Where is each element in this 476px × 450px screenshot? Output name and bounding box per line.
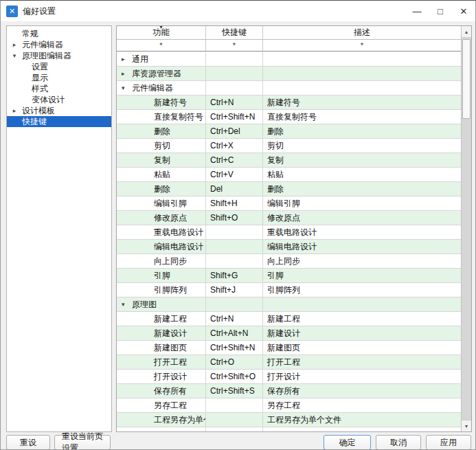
function-cell: 剪切 bbox=[117, 139, 206, 153]
ok-button[interactable]: 确定 bbox=[324, 435, 371, 450]
cancel-button[interactable]: 取消 bbox=[376, 435, 421, 450]
tree-item-3[interactable]: 设置 bbox=[7, 61, 111, 72]
tree-item-label: 设置 bbox=[19, 61, 48, 73]
shortcut-row[interactable]: 向上同步向上同步 bbox=[117, 254, 461, 269]
shortcut-row[interactable]: 编辑电路设计编辑电路设计 bbox=[117, 240, 461, 254]
chevron-down-icon[interactable]: ▾ bbox=[122, 85, 130, 91]
tree-item-label: 元件编辑器 bbox=[19, 39, 63, 51]
scroll-up-icon[interactable]: ▲ bbox=[462, 26, 471, 38]
tree-item-label: 设计模板 bbox=[19, 105, 55, 117]
column-header-function[interactable]: ▾ 功能 bbox=[117, 26, 206, 39]
description-value: 保存所有 bbox=[263, 384, 461, 398]
maximize-button[interactable]: □ bbox=[429, 1, 452, 21]
vertical-scrollbar[interactable]: ▲ ▼ bbox=[461, 26, 471, 431]
shortcut-value: Ctrl+Alt+N bbox=[206, 326, 263, 341]
shortcut-row[interactable]: 另存工程另存工程 bbox=[117, 398, 461, 413]
tree-item-1[interactable]: ▸元件编辑器 bbox=[7, 39, 111, 50]
shortcut-value: Ctrl+N bbox=[206, 312, 263, 326]
scrollbar-thumb[interactable] bbox=[462, 39, 471, 119]
shortcut-value: Ctrl+N bbox=[206, 95, 263, 110]
chevron-right-icon[interactable]: ▸ bbox=[10, 107, 19, 114]
shortcut-row[interactable]: 引脚阵列Shift+J引脚阵列 bbox=[117, 283, 461, 297]
shortcut-row[interactable]: 删除Ctrl+Del删除 bbox=[117, 124, 461, 139]
shortcut-row[interactable]: 重载电路设计重载电路设计 bbox=[117, 225, 461, 240]
function-name: 新建工程 bbox=[117, 313, 187, 325]
function-cell: ▸通用 bbox=[117, 52, 206, 67]
shortcuts-table: ▾ 功能 快捷键 描述 * * * ▸通用▸库资源管理器▾元件编辑器新建符号Ct… bbox=[116, 25, 472, 432]
function-name: 另存工程 bbox=[117, 400, 187, 412]
chevron-right-icon[interactable]: ▸ bbox=[122, 70, 130, 77]
function-cell bbox=[117, 427, 206, 431]
shortcut-row[interactable]: 直接复制符号Ctrl+Shift+N直接复制符号 bbox=[117, 110, 461, 124]
column-header-shortcut[interactable]: 快捷键 bbox=[206, 26, 263, 39]
column-header-description[interactable]: 描述 bbox=[263, 26, 461, 39]
description-value: 修改原点 bbox=[263, 211, 461, 225]
shortcut-value: Ctrl+C bbox=[206, 153, 263, 168]
chevron-down-icon[interactable]: ▾ bbox=[122, 301, 130, 308]
shortcut-row[interactable]: 删除Del删除 bbox=[117, 182, 461, 196]
function-name: 新建符号 bbox=[117, 97, 187, 109]
tree-item-0[interactable]: 常规 bbox=[7, 28, 111, 39]
reset-current-page-button[interactable]: 重设当前页设置 bbox=[54, 435, 111, 450]
group-row[interactable]: ▾元件编辑器 bbox=[117, 81, 461, 95]
shortcut-value: Ctrl+Del bbox=[206, 124, 263, 139]
function-cell: 新建设计 bbox=[117, 326, 206, 341]
filter-input-description[interactable]: * bbox=[263, 40, 461, 51]
shortcut-row[interactable]: 新建工程Ctrl+N新建工程 bbox=[117, 312, 461, 326]
function-cell: 删除 bbox=[117, 124, 206, 139]
function-name: 编辑引脚 bbox=[117, 198, 187, 210]
shortcut-row[interactable]: 保存所有Ctrl+Shift+S保存所有 bbox=[117, 384, 461, 398]
chevron-down-icon[interactable]: ▾ bbox=[10, 52, 19, 59]
function-name: 引脚阵列 bbox=[117, 284, 187, 296]
group-row[interactable]: ▸通用 bbox=[117, 52, 461, 67]
shortcut-row[interactable]: 引脚Shift+G引脚 bbox=[117, 269, 461, 283]
description-value: 剪切 bbox=[263, 139, 461, 153]
shortcut-row[interactable]: 剪切Ctrl+X剪切 bbox=[117, 139, 461, 153]
shortcut-row[interactable]: 粘贴Ctrl+V粘贴 bbox=[117, 168, 461, 182]
function-cell: 另存工程 bbox=[117, 398, 206, 413]
minimize-button[interactable]: — bbox=[405, 1, 429, 21]
shortcut-row[interactable]: 打开设计Ctrl+Shift+O打开设计 bbox=[117, 370, 461, 384]
chevron-right-icon[interactable]: ▸ bbox=[122, 56, 130, 63]
shortcut-row[interactable]: 复制Ctrl+C复制 bbox=[117, 153, 461, 168]
chevron-right-icon[interactable]: ▸ bbox=[10, 41, 19, 48]
function-cell: 粘贴 bbox=[117, 168, 206, 182]
shortcut-row[interactable]: 编辑引脚Shift+H编辑引脚 bbox=[117, 196, 461, 211]
filter-input-function[interactable]: * bbox=[117, 40, 206, 51]
function-name: 新建设计 bbox=[117, 328, 187, 339]
filter-input-shortcut[interactable]: * bbox=[206, 40, 263, 51]
group-row[interactable]: ▾原理图 bbox=[117, 297, 461, 312]
tree-item-label: 原理图编辑器 bbox=[19, 50, 71, 62]
shortcut-value: Ctrl+X bbox=[206, 139, 263, 153]
shortcut-row[interactable]: 打开工程Ctrl+O打开工程 bbox=[117, 355, 461, 370]
tree-item-2[interactable]: ▾原理图编辑器 bbox=[7, 50, 111, 61]
description-value: 复制 bbox=[263, 153, 461, 168]
description-value: 删除 bbox=[263, 124, 461, 139]
group-row[interactable]: ▸库资源管理器 bbox=[117, 67, 461, 81]
shortcut-row[interactable]: 修改原点Shift+O修改原点 bbox=[117, 211, 461, 225]
shortcut-row[interactable]: 工程另存为单个文件工程另存为单个文件 bbox=[117, 413, 461, 427]
tree-item-6[interactable]: 变体设计 bbox=[7, 94, 111, 105]
shortcut-row[interactable]: 新建图页Ctrl+Shift+N新建图页 bbox=[117, 341, 461, 355]
function-name: 删除 bbox=[117, 126, 170, 137]
function-name: 编辑电路设计 bbox=[117, 241, 203, 253]
description-value: 直接复制符号 bbox=[263, 110, 461, 124]
function-name: 重载电路设计 bbox=[117, 227, 203, 238]
column-header-label: 快捷键 bbox=[222, 27, 247, 38]
scroll-down-icon[interactable]: ▼ bbox=[462, 420, 471, 431]
tree-item-4[interactable]: 显示 bbox=[7, 72, 111, 83]
shortcut-value: Ctrl+Shift+O bbox=[206, 370, 263, 384]
shortcut-row[interactable]: 新建符号Ctrl+N新建符号 bbox=[117, 95, 461, 110]
tree-item-7[interactable]: ▸设计模板 bbox=[7, 105, 111, 116]
apply-button[interactable]: 应用 bbox=[426, 435, 471, 450]
shortcut-value: Ctrl+Shift+N bbox=[206, 110, 263, 124]
tree-item-5[interactable]: 样式 bbox=[7, 83, 111, 94]
reset-button[interactable]: 重设 bbox=[6, 435, 50, 450]
description-value: 重载电路设计 bbox=[263, 225, 461, 240]
shortcut-row[interactable]: 新建设计Ctrl+Alt+N新建设计 bbox=[117, 326, 461, 341]
close-button[interactable]: ✕ bbox=[452, 1, 475, 21]
table-header: ▾ 功能 快捷键 描述 bbox=[117, 26, 461, 40]
titlebar[interactable]: ✕ 偏好设置 — □ ✕ bbox=[1, 1, 475, 21]
shortcut-row[interactable] bbox=[117, 427, 461, 431]
tree-item-8[interactable]: 快捷键 bbox=[7, 116, 111, 127]
